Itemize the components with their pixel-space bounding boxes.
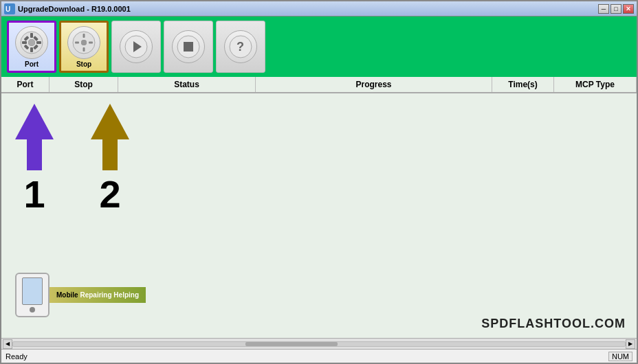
- gear-settings-icon: [15, 26, 48, 59]
- svg-rect-4: [30, 33, 33, 38]
- svg-point-12: [28, 39, 35, 46]
- table-header: Port Stop Status Progress Time(s) MCP Ty…: [1, 77, 637, 93]
- col-header-port: Port: [1, 77, 50, 92]
- mobile-label-part1: Mobile: [56, 291, 78, 299]
- stop-setting-button[interactable]: Stop: [59, 21, 109, 73]
- run-button[interactable]: [111, 21, 161, 73]
- svg-rect-15: [83, 34, 85, 38]
- play-icon: [120, 30, 153, 63]
- close-button[interactable]: ✕: [623, 4, 634, 14]
- num-indicator: NUM: [608, 352, 632, 361]
- svg-rect-6: [22, 41, 27, 44]
- horizontal-scrollbar[interactable]: ◀ ▶: [1, 338, 637, 349]
- minimize-button[interactable]: ─: [598, 4, 609, 14]
- col-header-progress: Progress: [256, 77, 492, 92]
- svg-rect-7: [36, 41, 41, 44]
- question-icon: ?: [224, 30, 257, 63]
- arrow-1-shaft: [27, 139, 42, 170]
- status-bar: Ready NUM: [1, 349, 637, 363]
- svg-rect-16: [83, 47, 85, 52]
- title-bar-buttons: ─ □ ✕: [598, 4, 634, 14]
- mobile-label-box: Mobile Repairing Helping: [50, 287, 146, 303]
- mobile-label-part2: Repairing Helping: [80, 291, 139, 299]
- help-button[interactable]: ?: [216, 21, 265, 73]
- mobile-button-dot: [30, 307, 35, 312]
- mobile-label: Mobile Repairing Helping: [56, 291, 139, 299]
- svg-rect-5: [30, 47, 33, 52]
- arrow-2-head: [91, 104, 129, 139]
- scroll-thumb[interactable]: [245, 342, 338, 346]
- scroll-right-button[interactable]: ▶: [626, 339, 635, 349]
- window-title: UpgradeDownload - R19.0.0001: [18, 5, 131, 13]
- arrow-1-number: 1: [23, 173, 45, 216]
- title-bar: U UpgradeDownload - R19.0.0001 ─ □ ✕: [1, 1, 637, 16]
- mobile-screen: [22, 277, 43, 305]
- svg-rect-23: [184, 42, 193, 52]
- scroll-left-button[interactable]: ◀: [3, 339, 12, 349]
- halt-button[interactable]: [164, 21, 213, 73]
- arrow-2-group: 2: [91, 104, 129, 216]
- title-bar-left: U UpgradeDownload - R19.0.0001: [4, 3, 131, 14]
- content-area: 1 2 Mobile Repairing Helping SPDFLASHTOO…: [1, 93, 637, 338]
- stop-label: Stop: [76, 60, 91, 68]
- status-text: Ready: [6, 352, 28, 361]
- arrow-1-head: [15, 104, 54, 139]
- gear-small-icon: [67, 26, 100, 59]
- col-header-time: Time(s): [492, 77, 554, 92]
- restore-button[interactable]: □: [610, 4, 622, 14]
- stop-icon: [172, 30, 205, 63]
- svg-text:?: ?: [236, 40, 244, 54]
- scroll-track[interactable]: [12, 341, 626, 347]
- mobile-logo: Mobile Repairing Helping: [15, 273, 146, 317]
- arrow-2-shaft: [102, 139, 118, 170]
- col-header-status: Status: [118, 77, 256, 92]
- svg-point-19: [81, 40, 87, 45]
- col-header-mcp: MCP Type: [554, 77, 637, 92]
- port-label: Port: [25, 60, 38, 68]
- main-window: U UpgradeDownload - R19.0.0001 ─ □ ✕: [0, 0, 638, 364]
- app-icon: U: [4, 3, 15, 14]
- toolbar: Port Stop: [1, 16, 637, 77]
- arrow-2-number: 2: [99, 173, 120, 216]
- col-header-stop: Stop: [50, 77, 118, 92]
- port-button[interactable]: Port: [7, 21, 56, 73]
- watermark-text: SPDFLASHTOOL.COM: [481, 317, 626, 331]
- svg-rect-18: [89, 41, 93, 43]
- arrow-1-group: 1: [15, 104, 54, 216]
- svg-text:U: U: [6, 5, 10, 13]
- mobile-icon: [15, 273, 50, 317]
- svg-rect-17: [75, 41, 79, 43]
